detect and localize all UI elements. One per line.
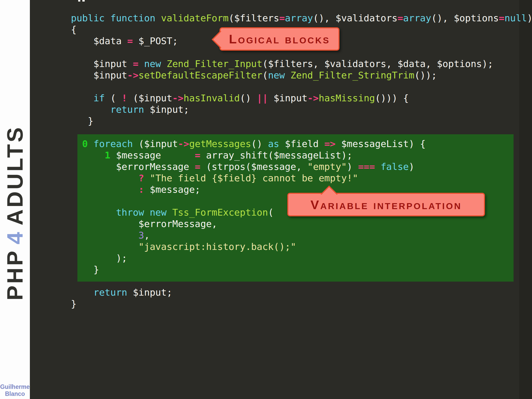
code-line: } <box>71 264 532 275</box>
code-line: if ( ! ($input->hasInvalid() || $input->… <box>71 92 532 104</box>
author-last-name: Blanco <box>0 390 30 397</box>
callout-variable-interpolation: Variable interpolation <box>287 193 485 216</box>
clipped-code-fragment <box>82 0 85 2</box>
code-block: public function validateForm($filters=ar… <box>71 12 532 310</box>
code-line: } <box>71 115 532 127</box>
slide-content-area: public function validateForm($filters=ar… <box>30 0 532 399</box>
code-line: 3, <box>71 230 532 241</box>
sidebar: PHP4ADULTS Guilherme Blanco <box>0 0 30 399</box>
code-line: return $input; <box>71 104 532 115</box>
callout-logical-blocks-label: Logical blocks <box>229 32 330 46</box>
callout-logical-blocks: Logical blocks <box>220 27 340 51</box>
sidebar-title-php: PHP <box>2 249 27 301</box>
code-line: } <box>71 298 532 310</box>
code-line: 0 foreach ($input->getMessages() as $fie… <box>71 138 532 150</box>
code-line: $errorMessage, <box>71 218 532 230</box>
code-line: ? "The field {$field} cannot be empty!" <box>71 172 532 184</box>
code-line <box>71 127 532 138</box>
code-line <box>71 81 532 92</box>
code-line: return $input; <box>71 287 532 298</box>
author-first-name: Guilherme <box>0 383 30 390</box>
code-line: ); <box>71 252 532 264</box>
author-credit: Guilherme Blanco <box>0 383 30 397</box>
clipped-code-fragment <box>78 0 80 2</box>
code-line: "javascript:history.back();" <box>71 241 532 252</box>
code-line: $input = new Zend_Filter_Input($filters,… <box>71 58 532 70</box>
callout-variable-interpolation-label: Variable interpolation <box>310 197 462 212</box>
sidebar-vertical-title: PHP4ADULTS <box>1 99 29 327</box>
code-line: $errorMessage = (strpos($message, "empty… <box>71 161 532 172</box>
code-line: public function validateForm($filters=ar… <box>71 12 532 24</box>
code-line <box>71 275 532 287</box>
sidebar-title-adults: ADULTS <box>2 125 27 225</box>
code-line: $input->setDefaultEscapeFilter(new Zend_… <box>71 70 532 81</box>
slide: { "sidebar": { "title_php": "PHP", "titl… <box>0 0 532 399</box>
sidebar-title-4: 4 <box>2 230 27 244</box>
code-line: 1 $message = array_shift($messageList); <box>71 150 532 161</box>
